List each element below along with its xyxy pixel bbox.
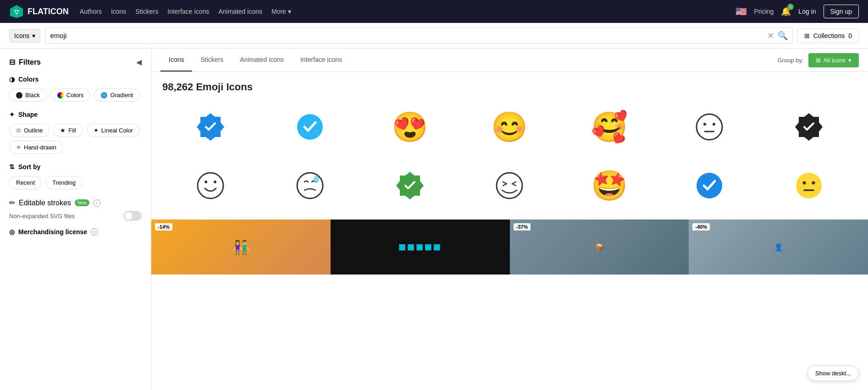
non-expanded-toggle[interactable] [123,211,142,221]
colors-section: ◑ Colors Black Colors Gradient [9,76,142,102]
list-item[interactable]: 😍 [360,102,460,152]
list-item[interactable] [759,161,859,210]
icons-grid-row2: 🤩 [151,156,868,215]
svg-point-3 [697,114,722,140]
fill-chip[interactable]: ★ Fill [53,124,83,137]
list-item[interactable] [759,102,859,152]
page-title: 98,262 Emoji Icons [151,72,868,98]
filters-icon: ⊟ [9,58,15,66]
list-item[interactable] [260,102,360,152]
gradient-filter-chip[interactable]: Gradient [94,88,140,102]
svg-text:▽: ▽ [14,9,19,16]
search-input-wrap: ✕ 🔍 [45,27,792,44]
list-item[interactable] [360,161,460,210]
merchandising-icon: ◎ [9,228,15,236]
ad-badge: -14% [155,223,172,231]
merchandising-section: ◎ Merchandising license i [9,228,142,236]
search-bar: Icons ▾ ✕ 🔍 ⊞ Collections 0 [0,23,868,49]
nav-icons[interactable]: Icons [111,8,126,15]
outline-icon: ✩ [16,127,21,134]
black-dot-icon [16,92,22,99]
chevron-down-icon: ▾ [32,32,35,39]
collections-button[interactable]: ⊞ Collections 0 [797,28,859,43]
non-expanded-label: Non-expanded SVG files [9,213,75,220]
chevron-down-icon: ▾ [848,57,851,64]
verified-black-badge-icon [793,111,824,143]
nav-interface-icons[interactable]: Interface icons [167,8,209,15]
list-item[interactable]: 😊 [460,102,560,152]
ad-item[interactable]: 📦 -37% [510,220,689,275]
black-filter-chip[interactable]: Black [9,88,47,102]
tab-stickers[interactable]: Stickers [192,49,232,71]
nav-stickers[interactable]: Stickers [135,8,158,15]
search-icon[interactable]: 🔍 [778,31,788,41]
all-icons-icon: ⊞ [816,57,821,64]
editable-header: ✏ Editable strokes New i [9,198,142,207]
outline-chip[interactable]: ✩ Outline [9,124,50,137]
list-item[interactable]: 🥰 [559,102,659,152]
icons-grid-row1: 😍 😊 🥰 [151,98,868,156]
svg-point-8 [205,181,207,183]
bell-badge: 1 [787,4,794,10]
tab-animated-icons[interactable]: Animated icons [232,49,292,71]
flag-icon[interactable]: 🇺🇸 [735,6,747,17]
sidebar-title: ⊟ Filters [9,58,41,66]
list-item[interactable] [659,161,759,210]
navbar-links: Authors Icons Stickers Interface icons A… [80,8,724,15]
sidebar-close-icon[interactable]: ◀ [136,58,142,66]
info-icon[interactable]: i [93,199,100,207]
list-item[interactable] [160,161,260,210]
search-type-selector[interactable]: Icons ▾ [9,29,40,43]
svg-point-16 [812,181,815,185]
pricing-link[interactable]: Pricing [754,8,774,15]
shape-icon: ✦ [9,111,15,118]
svg-point-12 [497,173,522,198]
hand-drawn-icon: ✧ [16,144,21,151]
all-icons-button[interactable]: ⊞ All icons ▾ [808,53,859,67]
sidebar-header: ⊟ Filters ◀ [9,58,142,66]
colors-filter-chip[interactable]: Colors [50,88,91,102]
list-item[interactable] [160,102,260,152]
nav-authors[interactable]: Authors [80,8,102,15]
ad-item[interactable]: ■■■■■ [331,220,510,275]
list-item[interactable]: 🤩 [559,161,659,210]
smiling-hearts-icon: 🥰 [591,112,628,142]
trending-chip[interactable]: Trending [45,176,83,189]
smile-outline-icon [195,170,226,201]
navbar-right: 🇺🇸 Pricing 🔔 1 Log in Sign up [735,5,859,18]
recent-chip[interactable]: Recent [9,176,42,189]
clear-icon[interactable]: ✕ [767,31,774,41]
ad-item[interactable]: 👤 -40% [689,220,868,275]
signup-button[interactable]: Sign up [824,5,859,18]
logo[interactable]: ▽ FLATICON [9,4,69,19]
tab-icons[interactable]: Icons [160,49,192,71]
list-item[interactable] [659,102,759,152]
verified-blue-badge-icon [195,111,226,143]
lineal-color-chip[interactable]: ✦ Lineal Color [87,124,140,137]
svg-point-9 [214,181,216,183]
bell-button[interactable]: 🔔 1 [781,6,791,16]
nav-animated-icons[interactable]: Animated icons [218,8,262,15]
search-input[interactable] [50,28,767,43]
gradient-dot-icon [101,92,107,99]
tired-laugh-icon [494,170,525,201]
main-layout: ⊟ Filters ◀ ◑ Colors Black Colors [0,49,868,390]
show-desktop-button[interactable]: Show deskt... [807,366,859,381]
svg-point-10 [297,173,323,198]
svg-point-15 [803,181,806,185]
svg-point-5 [713,123,715,126]
group-by-label: Group by: [777,57,803,64]
list-item[interactable] [460,161,560,210]
hand-drawn-chip[interactable]: ✧ Hand-drawn [9,141,63,154]
tab-interface-icons[interactable]: Interface icons [292,49,350,71]
lineal-color-icon: ✦ [94,127,99,134]
sort-section-title: ⇅ Sort by [9,163,142,170]
list-item[interactable] [260,161,360,210]
merchandising-info-icon[interactable]: i [91,228,98,236]
ad-item[interactable]: 👫 -14% [151,220,331,275]
shape-section-title: ✦ Shape [9,111,142,118]
nav-more-button[interactable]: More ▾ [271,8,291,15]
fill-icon: ★ [60,127,66,134]
svg-point-4 [703,123,706,126]
login-button[interactable]: Log in [798,8,816,15]
